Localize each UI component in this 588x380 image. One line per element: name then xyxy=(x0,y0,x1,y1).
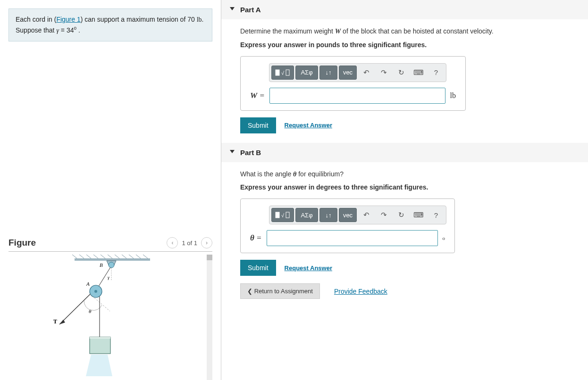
part-b-answer-box: √ ΑΣφ ↓↑ vec ↶ ↷ ↻ ⌨ ? θ = o xyxy=(240,198,455,253)
part-a-body: Determine the maximum weight W of the bl… xyxy=(221,19,588,143)
part-a-submit-button[interactable]: Submit xyxy=(240,117,276,133)
figure-link[interactable]: Figure 1 xyxy=(56,16,80,23)
part-a-instruction: Express your answer in pounds to three s… xyxy=(240,41,569,49)
svg-line-4 xyxy=(93,255,98,258)
svg-text:T: T xyxy=(53,318,57,325)
svg-text:B: B xyxy=(100,262,103,268)
svg-line-1 xyxy=(72,255,77,258)
tension-unit: lb xyxy=(197,16,202,23)
part-b-request-answer-link[interactable]: Request Answer xyxy=(285,264,332,272)
redo-icon[interactable]: ↷ xyxy=(376,208,392,222)
svg-text:γ: γ xyxy=(108,275,110,280)
templates-button[interactable]: √ xyxy=(271,66,294,80)
svg-rect-29 xyxy=(276,70,279,75)
part-a-question: Determine the maximum weight W of the bl… xyxy=(240,27,569,36)
svg-marker-21 xyxy=(59,320,65,324)
svg-line-7 xyxy=(115,255,119,258)
svg-marker-28 xyxy=(86,355,112,376)
figure-prev-button[interactable]: ‹ xyxy=(167,237,178,248)
svg-point-12 xyxy=(109,262,114,268)
figure-diagram: B γ A T θ xyxy=(37,255,178,377)
svg-line-9 xyxy=(129,255,134,258)
equation-toolbar-b: √ ΑΣφ ↓↑ vec ↶ ↷ ↻ ⌨ ? xyxy=(269,206,446,224)
templates-button[interactable]: √ xyxy=(271,208,294,222)
part-b-unit: o xyxy=(443,235,445,241)
svg-text:√: √ xyxy=(281,213,285,218)
svg-line-23 xyxy=(90,294,110,311)
gamma-value: = 34 xyxy=(59,26,74,34)
caret-down-icon xyxy=(230,150,235,153)
part-b-input[interactable] xyxy=(267,230,438,246)
figure-scroll-thumb[interactable] xyxy=(207,255,212,260)
part-b-var-label: θ = xyxy=(250,233,262,243)
part-a-answer-box: √ ΑΣφ ↓↑ vec ↶ ↷ ↻ ⌨ ? W = lb xyxy=(240,56,466,111)
problem-text-line2-prefix: Suppose that xyxy=(16,26,56,34)
keyboard-icon[interactable]: ⌨ xyxy=(411,208,427,222)
part-b-submit-button[interactable]: Submit xyxy=(240,260,276,276)
caret-down-icon xyxy=(230,7,235,10)
vec-button[interactable]: vec xyxy=(339,208,357,222)
svg-line-6 xyxy=(108,255,112,258)
svg-line-5 xyxy=(101,255,105,258)
part-b-body: What is the angle θ for equilibrium? Exp… xyxy=(221,162,588,309)
problem-text-prefix: Each cord in ( xyxy=(16,16,56,23)
part-b-instruction: Express your answer in degrees to three … xyxy=(240,183,569,191)
svg-rect-0 xyxy=(75,258,150,261)
subscript-button[interactable]: ↓↑ xyxy=(319,208,337,222)
svg-rect-32 xyxy=(276,212,279,218)
subscript-button[interactable]: ↓↑ xyxy=(319,66,337,80)
figure-pager-text: 1 of 1 xyxy=(182,240,197,247)
figure-panel: Figure ‹ 1 of 1 › B xyxy=(8,237,212,380)
part-b-title: Part B xyxy=(240,149,261,157)
part-b-question: What is the angle θ for equilibrium? xyxy=(240,170,569,179)
figure-canvas: B γ A T θ xyxy=(8,255,212,380)
equation-toolbar-a: √ ΑΣφ ↓↑ vec ↶ ↷ ↻ ⌨ ? xyxy=(269,63,446,82)
variable-W: W xyxy=(335,28,341,35)
figure-title: Figure xyxy=(8,238,36,248)
vec-button[interactable]: vec xyxy=(339,66,357,80)
part-a-header[interactable]: Part A xyxy=(221,0,588,19)
problem-text-mid2: . xyxy=(202,16,204,23)
svg-rect-27 xyxy=(90,337,110,339)
svg-text:√: √ xyxy=(281,70,285,76)
figure-next-button[interactable]: › xyxy=(201,237,212,248)
greek-button[interactable]: ΑΣφ xyxy=(295,66,318,80)
part-a-title: Part A xyxy=(240,6,261,14)
reset-icon[interactable]: ↻ xyxy=(393,208,409,222)
part-a-var-label: W = xyxy=(250,91,265,100)
keyboard-icon[interactable]: ⌨ xyxy=(411,66,427,80)
svg-line-8 xyxy=(122,255,126,258)
undo-icon[interactable]: ↶ xyxy=(358,66,374,80)
svg-rect-26 xyxy=(90,337,110,354)
return-button[interactable]: ❮ Return to Assignment xyxy=(240,283,320,299)
problem-text-mid1: ) can support a maximum tension of 70 xyxy=(81,16,197,23)
provide-feedback-link[interactable]: Provide Feedback xyxy=(334,288,387,295)
help-icon[interactable]: ? xyxy=(428,208,444,222)
undo-icon[interactable]: ↶ xyxy=(358,208,374,222)
svg-point-18 xyxy=(94,290,97,293)
svg-line-2 xyxy=(79,255,84,258)
svg-line-11 xyxy=(143,255,148,258)
part-b-header[interactable]: Part B xyxy=(221,143,588,162)
svg-line-3 xyxy=(86,255,91,258)
part-a-input[interactable] xyxy=(269,88,445,104)
svg-text:A: A xyxy=(86,281,90,287)
figure-pager: ‹ 1 of 1 › xyxy=(167,237,212,248)
svg-rect-31 xyxy=(286,70,289,75)
problem-text-line2-suffix: . xyxy=(76,26,80,34)
redo-icon[interactable]: ↷ xyxy=(376,66,392,80)
svg-text:θ: θ xyxy=(89,308,92,314)
part-a-unit: lb xyxy=(450,91,456,100)
svg-rect-34 xyxy=(286,212,289,218)
problem-statement: Each cord in (Figure 1) can support a ma… xyxy=(8,8,212,41)
reset-icon[interactable]: ↻ xyxy=(393,66,409,80)
svg-line-20 xyxy=(59,294,90,324)
help-icon[interactable]: ? xyxy=(428,66,444,80)
svg-line-10 xyxy=(136,255,141,258)
part-a-request-answer-link[interactable]: Request Answer xyxy=(285,122,332,129)
greek-button[interactable]: ΑΣφ xyxy=(295,208,318,222)
